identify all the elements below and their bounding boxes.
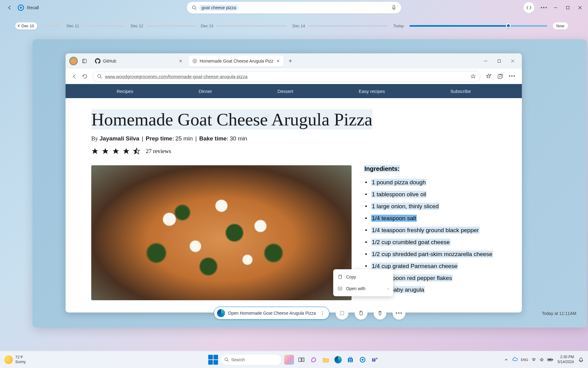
minimize-button[interactable] (554, 6, 557, 10)
tray-battery-icon[interactable] (547, 358, 553, 362)
nav-item[interactable]: Dinner (198, 89, 212, 94)
recipe-meta: By Jayamali Silva|Prep time: 25 min|Bake… (91, 135, 496, 142)
browser-maximize-button[interactable] (497, 59, 501, 63)
svg-rect-7 (83, 59, 86, 63)
copy-button[interactable] (355, 307, 368, 320)
timeline-date-start[interactable]: Dec 10 (15, 22, 37, 29)
tab-github[interactable]: GitHub ✕ (91, 56, 186, 67)
svg-rect-40 (552, 359, 553, 360)
taskbar-app-explorer[interactable] (321, 355, 331, 365)
profile-avatar[interactable] (69, 57, 78, 65)
tab-close-icon[interactable]: ✕ (276, 59, 280, 63)
nav-item[interactable]: Subscribe (450, 89, 471, 94)
tray-onedrive-icon[interactable] (512, 357, 518, 362)
code-button[interactable] (523, 2, 534, 13)
timeline-segment[interactable] (43, 25, 61, 27)
snapshot-timestamp: Today at 11:11AM (542, 311, 576, 316)
taskbar-clock[interactable]: 2:30 PM 5/14/2024 (558, 355, 574, 364)
svg-rect-21 (340, 311, 344, 315)
back-button[interactable] (6, 4, 13, 11)
collections-icon[interactable] (497, 73, 503, 79)
delete-button[interactable] (374, 307, 386, 320)
svg-point-11 (98, 75, 101, 78)
edge-icon (217, 309, 225, 317)
ingredient-item[interactable]: 1/2 cup crumbled goat cheese (364, 236, 496, 248)
search-value: goat cheese pizza (200, 5, 238, 11)
browser-close-button[interactable] (511, 59, 514, 63)
nav-item[interactable]: Dessert (277, 89, 293, 94)
nav-back-icon[interactable] (72, 74, 77, 79)
timeline-segment[interactable] (217, 25, 287, 27)
search-bar[interactable]: goat cheese pizza (187, 2, 401, 13)
snapshot-card: GitHub ✕ Homemade Goat Cheese Arugula Pi… (32, 39, 587, 328)
context-copy[interactable]: Copy (333, 271, 393, 283)
copy-icon (337, 274, 342, 279)
start-button[interactable] (208, 355, 218, 365)
microphone-icon[interactable] (391, 5, 396, 10)
tab-recipe[interactable]: Homemade Goat Cheese Arugula Pizz ✕ (189, 56, 284, 67)
nav-item[interactable]: Recipes (117, 89, 133, 94)
tab-actions-icon[interactable] (80, 57, 89, 65)
ingredient-item[interactable]: 1 tablespoon olive oil (364, 189, 496, 201)
timeline[interactable]: Dec 10 Dec 11 Dec 12 Dec 13 Dec 14 Today… (0, 20, 588, 32)
svg-rect-39 (548, 359, 552, 360)
recipe-title: Homemade Goat Cheese Arugula Pizza (91, 109, 496, 130)
weather-widget[interactable]: 71°FSunny (4, 355, 26, 364)
tray-chevron-icon[interactable] (504, 358, 508, 362)
crop-button[interactable] (336, 307, 349, 320)
favorites-icon[interactable] (485, 73, 492, 79)
svg-rect-4 (393, 5, 395, 8)
open-snapshot-button[interactable]: Open Homemade Goat Cheese Arugula Pizza … (214, 307, 330, 320)
open-with-icon (337, 286, 342, 291)
ingredient-item[interactable]: 1 pound pizza dough (364, 177, 496, 189)
ingredient-item[interactable]: 1 large onion, thinly sliced (364, 201, 496, 213)
tray-notifications-icon[interactable] (578, 357, 584, 362)
taskbar-app-recall[interactable] (358, 355, 368, 365)
new-tab-button[interactable]: + (286, 57, 295, 65)
taskbar: 71°FSunny Search T ENG 2:30 PM 5/14/2024 (0, 351, 588, 368)
svg-rect-31 (349, 361, 350, 362)
browser-minimize-button[interactable] (484, 59, 488, 63)
svg-rect-10 (498, 60, 501, 63)
timeline-playhead[interactable] (506, 23, 511, 28)
taskbar-app-teams[interactable]: T (370, 355, 380, 365)
timeline-segment[interactable] (146, 25, 195, 27)
svg-line-3 (195, 9, 196, 10)
taskbar-app-edge[interactable] (333, 355, 343, 365)
open-more-icon[interactable]: ⋮ (319, 310, 326, 316)
nav-refresh-icon[interactable] (82, 74, 88, 79)
nav-item[interactable]: Easy recipes (359, 89, 385, 94)
taskbar-app-copilot2[interactable] (309, 355, 318, 365)
timeline-segment[interactable] (82, 25, 125, 27)
timeline-segment[interactable] (308, 25, 388, 27)
tray-language-icon[interactable]: ENG (521, 358, 528, 362)
svg-rect-26 (302, 358, 304, 362)
favorite-star-icon[interactable] (470, 74, 476, 79)
more-icon[interactable]: ••• (541, 5, 548, 10)
site-icon (192, 59, 197, 63)
ingredient-item[interactable]: 1/4 teaspoon freshly ground black pepper (364, 224, 496, 236)
ingredient-item[interactable]: 1/2 cup shredded part-skim mozzarella ch… (364, 248, 496, 260)
taskbar-app-copilot[interactable] (284, 355, 294, 365)
svg-rect-22 (360, 312, 363, 315)
taskbar-app-store[interactable] (345, 355, 355, 365)
taskbar-search[interactable]: Search (221, 354, 282, 365)
tab-close-icon[interactable]: ✕ (179, 59, 183, 63)
svg-point-37 (376, 358, 378, 359)
ingredient-item[interactable]: 1/4 teaspoon salt (364, 213, 496, 224)
tray-volume-icon[interactable] (539, 357, 544, 362)
svg-point-23 (225, 358, 228, 361)
star-half-icon (133, 148, 140, 155)
browser-more-icon[interactable]: ••• (509, 73, 516, 79)
timeline-now-button[interactable]: Now (553, 22, 568, 29)
taskbar-app-taskview[interactable] (296, 355, 306, 365)
close-button[interactable] (578, 6, 582, 10)
svg-rect-25 (299, 358, 301, 362)
timeline-today-track[interactable] (409, 25, 547, 27)
tray-wifi-icon[interactable] (531, 357, 536, 362)
more-actions-button[interactable]: ••• (393, 307, 405, 320)
maximize-button[interactable] (566, 6, 570, 10)
browser-window: GitHub ✕ Homemade Goat Cheese Arugula Pi… (66, 53, 522, 312)
context-open-with[interactable]: Open with › (333, 283, 393, 294)
address-bar[interactable]: www.woodgrovegroceries.com/homemade-goat… (92, 71, 481, 82)
